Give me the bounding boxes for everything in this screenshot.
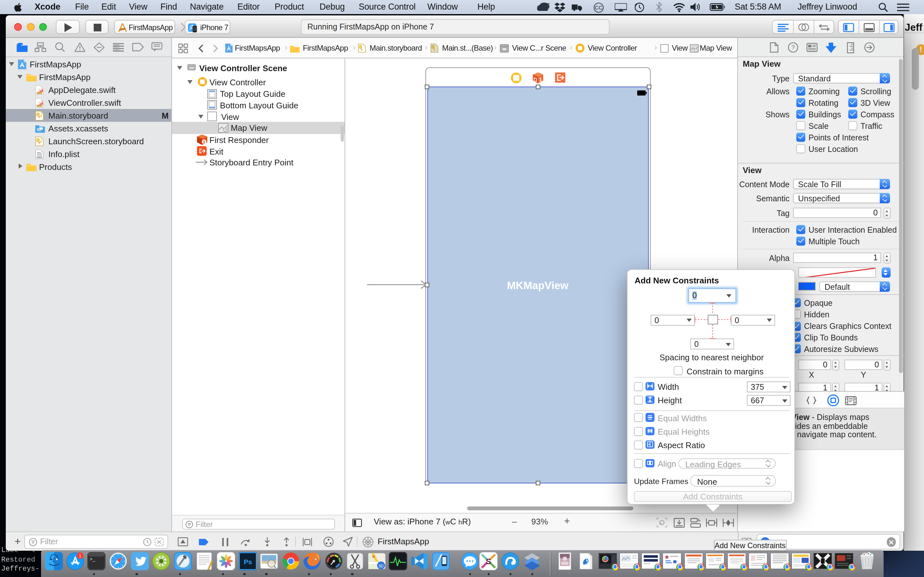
svg-text:CC: CC	[595, 5, 603, 11]
svg-text:1: 1	[202, 139, 205, 144]
svg-text:>_: >_	[90, 556, 95, 562]
svg-text:SWIFT: SWIFT	[37, 92, 42, 93]
svg-text:S: S	[486, 557, 491, 566]
svg-text:?: ?	[791, 44, 795, 51]
svg-text:SWIFT: SWIFT	[37, 105, 42, 106]
svg-text:1: 1	[539, 76, 542, 82]
svg-text:3D: 3D	[378, 564, 383, 568]
svg-text:Ps: Ps	[244, 558, 252, 566]
svg-text:1: 1	[79, 553, 81, 558]
svg-text:PLIST: PLIST	[37, 156, 42, 158]
